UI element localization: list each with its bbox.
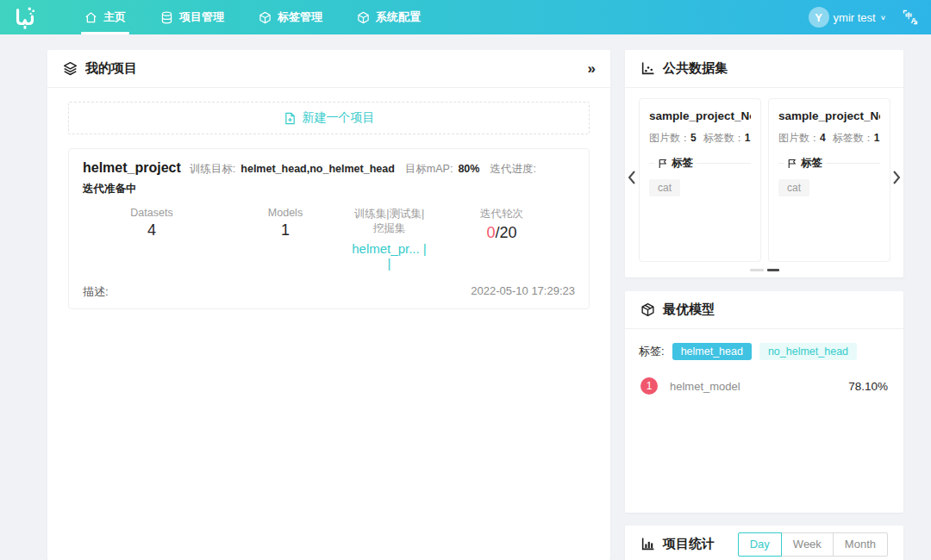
nav-item-system-config[interactable]: 系统配置 [340,0,438,34]
flag-icon [658,159,668,169]
labels-divider-text: 标签 [672,156,693,171]
label-count: 1 [745,132,751,144]
stat-label: 迭代轮次 [428,207,575,221]
model-metric: 78.10% [848,380,888,393]
model-tags-row: 标签: helmet_head no_helmet_head [639,343,890,360]
user-name: ymir test [834,11,876,24]
dataset-card[interactable]: sample_project_No... 图片数：5标签数：1 标签 cat [639,98,761,262]
nav-item-label: 系统配置 [376,9,421,25]
language-toggle-button[interactable]: 中 A [902,9,919,26]
main-nav-menu: 主页 项目管理 标签管理 系统配置 [67,0,438,34]
project-card[interactable]: helmet_project 训练目标: helmet_head,no_helm… [68,148,590,309]
my-projects-title: 我的项目 [85,60,137,77]
dataset-tag: cat [778,179,809,196]
my-projects-body: 新建一个项目 helmet_project 训练目标: helmet_head,… [47,88,610,323]
my-projects-card: 我的项目 » 新建一个项目 helmet_project 训练目标: helme… [47,50,610,560]
public-datasets-title: 公共数据集 [663,60,728,77]
create-project-label: 新建一个项目 [303,110,375,126]
labels-divider: 标签 [649,156,751,171]
create-project-button[interactable]: 新建一个项目 [68,102,590,134]
train-target-value: helmet_head,no_helmet_head [241,163,395,175]
label-count-label: 标签数： [833,132,874,144]
project-title-row: helmet_project 训练目标: helmet_head,no_helm… [83,160,575,196]
created-time: 2022-05-10 17:29:23 [471,284,575,300]
stat-datasets: Datasets 4 [83,207,221,271]
target-map-label: 目标mAP: [405,162,453,177]
model-name: helmet_model [670,380,740,393]
description-label: 描述: [83,284,109,300]
top-navbar: 主页 项目管理 标签管理 系统配置 Y ymir test ∨ [0,0,931,34]
rank-badge: 1 [640,377,658,395]
expand-projects-button[interactable]: » [588,60,595,78]
stat-label: Models [221,207,350,219]
project-stats-card: 项目统计 Day Week Month [625,526,903,560]
carousel-dots [625,269,903,271]
stat-value: 1 [221,221,350,240]
nav-item-label: 标签管理 [278,9,322,25]
dataset-stats: 图片数：4标签数：1 [778,131,880,146]
project-stats-title: 项目统计 [663,536,715,552]
carousel-dot[interactable] [750,269,764,271]
ymir-logo-icon [12,4,38,30]
tag-chip-no-helmet-head[interactable]: no_helmet_head [759,343,857,360]
database-icon [160,11,173,24]
dataset-tag: cat [649,179,680,196]
period-day-button[interactable]: Day [738,532,782,557]
stat-value-trainset-link[interactable]: helmet_pr... | | [350,241,428,271]
stat-label: 训练集|测试集|挖掘集 [350,207,428,236]
model-cube-icon [640,302,655,317]
stat-value: 4 [83,221,221,240]
nav-item-project-management[interactable]: 项目管理 [143,0,241,34]
svg-text:A: A [911,16,917,25]
cube-icon [357,11,370,24]
labels-divider-text: 标签 [801,156,822,171]
tag-chip-helmet-head[interactable]: helmet_head [672,343,752,360]
project-stats-title-group: 项目统计 [640,536,715,552]
cube-icon [259,11,272,24]
stat-value: 0/20 [428,224,575,242]
file-add-icon [284,112,297,125]
project-card-footer: 描述: 2022-05-10 17:29:23 [83,284,575,300]
project-stats-header: 项目统计 Day Week Month [625,526,903,560]
nav-item-label-management[interactable]: 标签管理 [241,0,340,34]
dataset-card[interactable]: sample_project_No... 图片数：4标签数：1 标签 cat [768,98,890,262]
my-projects-header: 我的项目 » [47,50,610,88]
model-row[interactable]: 1 helmet_model 78.10% [639,377,890,395]
ymir-logo[interactable] [0,0,50,34]
tags-label: 标签: [639,344,665,359]
chevron-down-icon: ∨ [880,14,886,22]
carousel-dot-active[interactable] [767,269,779,271]
image-count-label: 图片数： [649,132,690,144]
target-map-value: 80% [458,163,479,175]
train-target-label: 训练目标: [190,162,235,177]
best-model-body: 标签: helmet_head no_helmet_head 1 helmet_… [625,329,903,408]
public-datasets-header: 公共数据集 [625,50,903,88]
stat-label: Datasets [83,207,221,219]
period-radio-group: Day Week Month [738,532,888,557]
iteration-progress-label: 迭代进度: [490,162,535,177]
avatar: Y [809,7,829,28]
nav-item-home[interactable]: 主页 [67,0,143,34]
scatter-chart-icon [640,61,655,76]
project-name[interactable]: helmet_project [83,160,181,176]
dataset-name: sample_project_No... [649,109,751,122]
dataset-stats: 图片数：5标签数：1 [649,131,751,146]
best-model-header: 最优模型 [625,291,903,329]
best-model-card: 最优模型 标签: helmet_head no_helmet_head 1 he… [625,291,903,513]
layers-icon [63,61,78,76]
period-month-button[interactable]: Month [833,532,888,557]
bar-chart-icon [640,537,655,551]
label-count-label: 标签数： [703,132,745,144]
label-count: 1 [874,132,880,144]
image-count-label: 图片数： [778,132,820,144]
carousel-next-button[interactable] [891,169,902,190]
period-week-button[interactable]: Week [781,532,834,557]
public-datasets-card: 公共数据集 sample_project_No... 图片数：5标签数：1 标签… [625,50,903,277]
user-menu[interactable]: Y ymir test ∨ [809,7,886,28]
image-count: 5 [690,132,697,144]
iteration-progress-value: 迭代准备中 [83,182,137,196]
public-datasets-body: sample_project_No... 图片数：5标签数：1 标签 cat s… [625,88,903,281]
carousel-prev-button[interactable] [627,169,637,190]
translate-icon: 中 A [902,9,919,26]
iteration-current: 0 [486,224,495,241]
